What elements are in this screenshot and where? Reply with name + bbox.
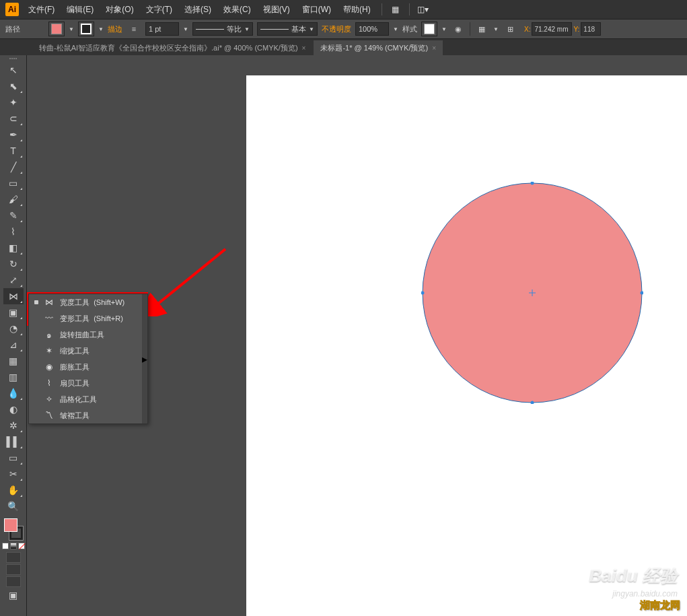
- bridge-icon[interactable]: ▦: [388, 3, 404, 15]
- flyout-pucker-tool[interactable]: ✶ 缩拢工具: [29, 343, 142, 359]
- color-mode-none[interactable]: [18, 543, 25, 549]
- x-value-input[interactable]: 71.242 mm: [532, 22, 572, 36]
- draw-behind-icon[interactable]: [6, 564, 21, 575]
- watermark-url: jingyan.baidu.com: [612, 589, 678, 598]
- fill-swatch[interactable]: [48, 22, 65, 36]
- stroke-weight-input[interactable]: [145, 22, 179, 36]
- scallop-tool-icon: ⌇: [44, 378, 55, 388]
- app-logo-icon: Ai: [5, 3, 19, 16]
- flyout-wrinkle-tool[interactable]: 〽 皱褶工具: [29, 407, 142, 423]
- pen-tool[interactable]: ✒: [3, 127, 24, 143]
- flyout-scallop-tool[interactable]: ⌇ 扇贝工具: [29, 375, 142, 391]
- blend-tool[interactable]: ◐: [3, 401, 24, 417]
- gradient-tool[interactable]: ▥: [3, 369, 24, 385]
- artboard-tool[interactable]: ▭: [3, 450, 24, 466]
- fill-dropdown-icon[interactable]: ▼: [69, 26, 74, 32]
- color-mode-color[interactable]: [2, 543, 9, 549]
- pencil-tool[interactable]: ✎: [3, 207, 24, 224]
- menu-edit[interactable]: 编辑(E): [61, 1, 99, 18]
- shape-builder-tool[interactable]: ◔: [3, 320, 24, 337]
- crystallize-tool-icon: ✧: [44, 394, 55, 405]
- rotate-tool[interactable]: ↻: [3, 256, 24, 272]
- menu-window[interactable]: 窗口(W): [297, 1, 336, 18]
- recolor-icon[interactable]: ◉: [451, 22, 466, 36]
- type-tool[interactable]: T: [3, 143, 24, 159]
- transform-icon[interactable]: ⊞: [503, 22, 517, 36]
- close-icon[interactable]: ×: [432, 44, 436, 52]
- color-mode-buttons: [2, 543, 25, 549]
- stroke-dropdown-icon[interactable]: ▼: [98, 26, 104, 32]
- opacity-label[interactable]: 不透明度: [322, 24, 351, 34]
- color-mode-gradient[interactable]: [10, 543, 17, 549]
- close-icon[interactable]: ×: [302, 44, 306, 52]
- stroke-label[interactable]: 描边: [108, 24, 122, 34]
- menu-type[interactable]: 文字(T): [141, 1, 178, 18]
- flyout-bloat-tool[interactable]: ◉ 膨胀工具: [29, 359, 142, 375]
- paintbrush-tool[interactable]: 🖌: [3, 191, 24, 207]
- selection-tool[interactable]: ↖: [3, 62, 24, 78]
- menu-view[interactable]: 视图(V): [258, 1, 295, 18]
- mesh-tool[interactable]: ▦: [3, 353, 24, 369]
- doc-tab-2-label: 未标题-1* @ 149% (CMYK/预览): [320, 43, 428, 53]
- pucker-tool-icon: ✶: [44, 345, 55, 356]
- twirl-tool-icon: ๑: [44, 329, 55, 340]
- draw-inside-icon[interactable]: [6, 576, 21, 587]
- width-tool[interactable]: ⋈: [3, 288, 24, 304]
- zoom-tool[interactable]: 🔍: [3, 498, 24, 514]
- panel-grip-icon[interactable]: [3, 57, 24, 61]
- menu-effect[interactable]: 效果(C): [218, 1, 256, 18]
- slice-tool[interactable]: ✂: [3, 466, 24, 482]
- warp-tool-icon: 〰: [44, 313, 55, 324]
- style-label[interactable]: 样式: [402, 24, 417, 34]
- opacity-input[interactable]: [355, 22, 389, 36]
- arrange-docs-icon[interactable]: ◫▾: [415, 3, 431, 15]
- flyout-width-tool[interactable]: ⋈ 宽度工具 (Shift+W): [29, 294, 142, 310]
- menu-bar: Ai 文件(F) 编辑(E) 对象(O) 文字(T) 选择(S) 效果(C) 视…: [0, 0, 687, 19]
- doc-tab-1-label: 转曲-松鼠AI智适应教育《全国合作校校区安全指南》.ai* @ 400% (CM…: [39, 43, 298, 53]
- line-tool[interactable]: ╱: [3, 159, 24, 175]
- screen-mode-icon[interactable]: ▣: [3, 587, 24, 603]
- variable-width-profile[interactable]: 等比▼: [192, 22, 253, 36]
- align-icon[interactable]: ▦: [474, 22, 489, 36]
- symbol-sprayer-tool[interactable]: ✲: [3, 417, 24, 434]
- doc-tab-2[interactable]: 未标题-1* @ 149% (CMYK/预览) ×: [314, 40, 443, 55]
- fill-stroke-control[interactable]: [3, 517, 24, 541]
- draw-normal-icon[interactable]: [6, 552, 21, 563]
- free-transform-tool[interactable]: ▣: [3, 304, 24, 320]
- circle-shape[interactable]: [421, 182, 643, 404]
- hand-tool[interactable]: ✋: [3, 482, 24, 498]
- style-swatch[interactable]: [421, 22, 437, 36]
- menu-select[interactable]: 选择(S): [179, 1, 217, 18]
- wrinkle-tool-icon: 〽: [44, 410, 55, 421]
- blob-brush-tool[interactable]: ⌇: [3, 224, 24, 240]
- eyedropper-tool[interactable]: 💧: [3, 385, 24, 401]
- fill-color-icon[interactable]: [4, 518, 17, 532]
- rectangle-tool[interactable]: ▭: [3, 175, 24, 191]
- eraser-tool[interactable]: ◧: [3, 240, 24, 256]
- perspective-grid-tool[interactable]: ⊿: [3, 337, 24, 353]
- brush-definition[interactable]: 基本▼: [257, 22, 318, 36]
- flyout-twirl-tool[interactable]: ๑ 旋转扭曲工具: [29, 327, 142, 343]
- scale-tool[interactable]: ⤢: [3, 272, 24, 288]
- stroke-swatch[interactable]: [78, 22, 94, 36]
- flyout-warp-tool[interactable]: 〰 变形工具 (Shift+R): [29, 310, 142, 327]
- menu-object[interactable]: 对象(O): [100, 1, 139, 18]
- stroke-link-icon[interactable]: ≡: [126, 22, 141, 36]
- magic-wand-tool[interactable]: ✦: [3, 94, 24, 110]
- direct-selection-tool[interactable]: ⬉: [3, 78, 24, 94]
- selection-type-label: 路径: [5, 24, 20, 34]
- lasso-tool[interactable]: ⊂: [3, 110, 24, 127]
- y-label: Y:: [573, 26, 579, 33]
- tearoff-handle[interactable]: ▸: [142, 294, 147, 423]
- menu-help[interactable]: 帮助(H): [338, 1, 376, 18]
- bloat-tool-icon: ◉: [44, 362, 55, 372]
- width-tool-icon: ⋈: [44, 297, 55, 308]
- x-label: X:: [524, 26, 530, 33]
- control-bar: 路径 ▼ ▼ 描边 ≡ ▼ 等比▼ 基本▼ 不透明度 ▼ 样式 ▼ ◉ ▦ ▼ …: [0, 19, 687, 39]
- menu-file[interactable]: 文件(F): [23, 1, 60, 18]
- y-value-input[interactable]: 118: [581, 22, 601, 36]
- flyout-crystallize-tool[interactable]: ✧ 晶格化工具: [29, 391, 142, 407]
- column-graph-tool[interactable]: ▌▌: [3, 434, 24, 450]
- doc-tab-1[interactable]: 转曲-松鼠AI智适应教育《全国合作校校区安全指南》.ai* @ 400% (CM…: [32, 40, 312, 55]
- watermark-site: 湖南龙网: [640, 599, 680, 612]
